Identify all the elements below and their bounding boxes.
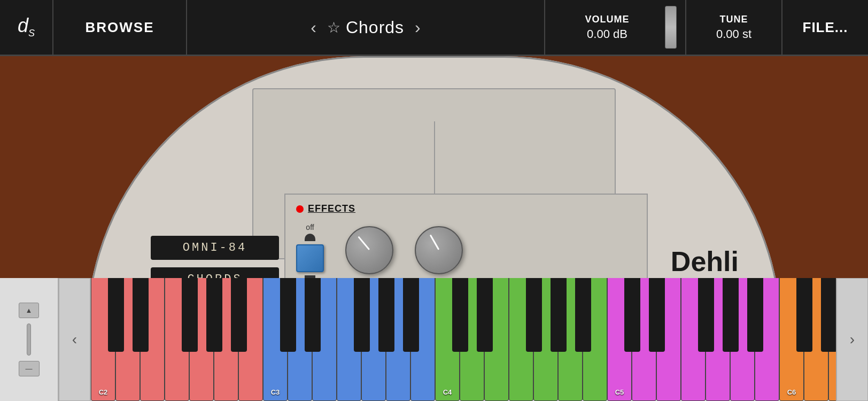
black-key-Gs5[interactable] <box>723 278 739 352</box>
black-key-Fs3[interactable] <box>354 278 370 352</box>
octave-C6: C6 <box>779 278 836 401</box>
browse-button[interactable]: BROWSE <box>53 0 187 56</box>
black-key-Ds5[interactable] <box>649 278 665 352</box>
space-knob-indicator <box>430 235 440 250</box>
main-area: OMNI-84 CHORDS EFFECTS off on <box>0 56 868 401</box>
volume-slider-area: VOLUME 0.00 dB <box>544 0 686 56</box>
volume-value: 0.00 dB <box>587 27 627 41</box>
octave-label-C5: C5 <box>615 388 624 396</box>
effects-title: EFFECTS <box>308 203 355 214</box>
octave-label-C3: C3 <box>271 388 280 396</box>
keyboard-left-panel: ▲ — <box>0 278 59 401</box>
keyboard-scroll-right-button[interactable]: › <box>836 278 868 401</box>
brand-line1: Dehli <box>620 246 739 277</box>
octave-label-C6: C6 <box>787 388 796 396</box>
keyboard-section: ▲ — ‹ C2C3C4C5C6C7 › <box>0 278 868 401</box>
keyboard-container: C2C3C4C5C6C7 <box>91 278 836 401</box>
scroll-left-icon: ‹ <box>72 331 77 348</box>
volume-slider[interactable] <box>665 6 677 49</box>
next-preset-button[interactable]: › <box>404 18 431 37</box>
black-key-Ds3[interactable] <box>305 278 321 352</box>
octave-C4: C4 <box>435 278 607 401</box>
black-key-Fs5[interactable] <box>698 278 714 352</box>
black-key-Ds4[interactable] <box>477 278 493 352</box>
effects-header: EFFECTS <box>296 203 636 214</box>
black-key-Cs6[interactable] <box>796 278 812 352</box>
preset-name: Chords <box>346 18 404 37</box>
filter-knob-indicator <box>358 236 370 250</box>
keyboard-outer: C2C3C4C5C6C7 <box>91 278 836 401</box>
keyboard-scroll-left-button[interactable]: ‹ <box>59 278 91 401</box>
keyboard-pitch-slider[interactable] <box>27 323 31 356</box>
tune-control: TUNE 0.00 st <box>686 0 782 56</box>
toggle-off-label: off <box>306 223 314 232</box>
instrument-name-badge-1: OMNI-84 <box>151 236 279 260</box>
octave-C5: C5 <box>607 278 779 401</box>
octave-label-C4: C4 <box>443 388 452 396</box>
effects-indicator-dot <box>296 205 304 213</box>
black-key-Cs5[interactable] <box>624 278 640 352</box>
tune-value: 0.00 st <box>716 27 751 41</box>
black-key-Fs4[interactable] <box>526 278 542 352</box>
scroll-right-icon: › <box>850 331 855 348</box>
favorite-star-icon[interactable]: ☆ <box>327 19 340 36</box>
file-button[interactable]: FILE... <box>782 0 868 56</box>
tune-label: TUNE <box>720 14 748 25</box>
top-bar: dS BROWSE ‹ ☆ Chords › VOLUME 0.00 dB TU… <box>0 0 868 56</box>
black-key-Gs3[interactable] <box>378 278 394 352</box>
black-key-Cs2[interactable] <box>108 278 124 352</box>
octave-label-C2: C2 <box>99 388 108 396</box>
volume-control: VOLUME 0.00 dB <box>554 0 661 56</box>
preset-area: ‹ ☆ Chords › <box>187 0 544 56</box>
black-key-Ds6[interactable] <box>821 278 836 352</box>
toggle-off-icon <box>305 234 315 241</box>
octave-C2: C2 <box>91 278 263 401</box>
black-key-As2[interactable] <box>231 278 247 352</box>
file-label: FILE... <box>803 19 848 36</box>
effects-toggle-switch[interactable] <box>296 244 324 272</box>
black-key-As3[interactable] <box>403 278 419 352</box>
black-key-Cs4[interactable] <box>452 278 468 352</box>
black-key-Gs2[interactable] <box>206 278 222 352</box>
logo: dS <box>0 0 53 56</box>
prev-preset-button[interactable]: ‹ <box>300 18 327 37</box>
logo-text: dS <box>18 16 35 38</box>
black-key-Gs4[interactable] <box>551 278 567 352</box>
space-knob[interactable] <box>415 226 463 274</box>
filter-knob[interactable] <box>345 226 393 274</box>
black-key-As5[interactable] <box>747 278 763 352</box>
browse-label: BROWSE <box>86 19 154 36</box>
keyboard-down-button[interactable]: — <box>19 361 40 376</box>
octave-C3: C3 <box>263 278 435 401</box>
keyboard-up-button[interactable]: ▲ <box>19 303 40 318</box>
black-key-Cs3[interactable] <box>280 278 296 352</box>
black-key-Ds2[interactable] <box>133 278 149 352</box>
black-key-Fs2[interactable] <box>182 278 198 352</box>
black-key-As4[interactable] <box>575 278 591 352</box>
volume-label: VOLUME <box>585 14 629 25</box>
